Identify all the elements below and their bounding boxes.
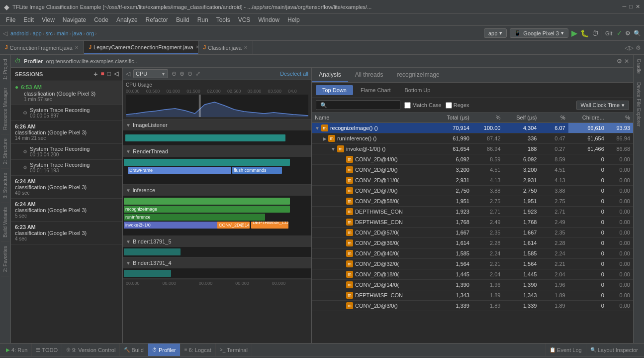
flame-conv2d[interactable]: CONV_2D@14/0 (217, 222, 250, 229)
table-row[interactable]: mDEPTHWISE_CON1,7682.491,7682.4900.00 (312, 217, 633, 228)
settings-icon[interactable]: ⚙ (625, 30, 631, 37)
left-tab-resource[interactable]: Resource Manager (1, 84, 9, 134)
trace-item-2a[interactable]: ⚙ System Trace Recording 00:10:04.200 (11, 144, 122, 160)
breadcrumb-android[interactable]: android (10, 30, 29, 36)
expand-arrow[interactable]: ▼ (331, 146, 336, 152)
menu-item-tools[interactable]: Tools (212, 15, 234, 24)
breadcrumb-org[interactable]: org (86, 30, 94, 36)
col-self-header[interactable]: Self (μs) (504, 113, 540, 123)
regex-option[interactable]: Regex (446, 102, 469, 109)
flame-depthwise[interactable]: DEPTHWISE_CONV ... (251, 222, 288, 229)
profile-btn[interactable]: ⏱ (592, 29, 599, 37)
menu-item-window[interactable]: Window (254, 15, 283, 24)
left-tab-project[interactable]: 1: Project (1, 55, 9, 84)
table-row[interactable]: mDEPTHWISE_CON1,9232.711,9232.7100.00 (312, 207, 633, 217)
table-row[interactable]: mCONV_2D@1/0()3,2004.513,2004.5100.00 (312, 165, 633, 175)
right-tab-device-explorer[interactable]: Device File Explorer (635, 78, 643, 130)
col-self-pct-header[interactable]: % (540, 113, 568, 123)
thread-header-inference[interactable]: ▼ inference (123, 185, 311, 196)
close-btn[interactable]: ✕ (636, 3, 640, 10)
menu-item-refactor[interactable]: Refactor (142, 15, 172, 24)
minimize-btn[interactable]: ─ (623, 3, 627, 10)
col-name-header[interactable]: Name (312, 113, 431, 123)
thread-expand-imagelistener[interactable]: ▼ (126, 122, 131, 128)
thread-expand-inference[interactable]: ▼ (126, 188, 131, 193)
app-selector[interactable]: app ▾ (484, 28, 507, 38)
table-row[interactable]: mCONV_2D@57/0(1,6672.351,6672.3500.00 (312, 228, 633, 238)
regex-checkbox[interactable] (446, 102, 452, 109)
thread-header-binder5[interactable]: ▼ Binder:13791_5 (123, 236, 311, 247)
thread-header-binder4[interactable]: ▼ Binder:13791_4 (123, 257, 311, 268)
analysis-tab-recognizeimage[interactable]: recognizeImage (390, 68, 446, 82)
session-item-4[interactable]: 6:24 AM classification (Google Pixel 3) … (11, 199, 122, 222)
table-row[interactable]: mCONV_2D@58/0(1,9512.751,9512.7500.00 (312, 196, 633, 207)
plus-btn[interactable]: ⊕ (180, 70, 184, 77)
search-toolbar-icon[interactable]: 🔍 (634, 30, 641, 37)
tab-nav-left[interactable]: ◁ (625, 44, 629, 51)
back-arrow[interactable]: ◁ (126, 70, 130, 77)
session-item-3[interactable]: 6:24 AM classification (Google Pixel 3) … (11, 176, 122, 199)
table-row[interactable]: ▶mrunInference() ()61,99087.423360.4761,… (312, 133, 633, 144)
tab-legacy-camera[interactable]: J LegacyCameraConnectionFragment.java ✕ (84, 41, 198, 54)
table-row[interactable]: mCONV_2D@4/0()6,0928.596,0928.5900.00 (312, 154, 633, 165)
search-input[interactable] (316, 100, 400, 110)
analysis-tab-analysis[interactable]: Analysis (312, 68, 348, 82)
right-tab-gradle[interactable]: Gradle (635, 55, 643, 78)
bottom-tab-terminal[interactable]: >_ Terminal (216, 344, 252, 357)
table-row[interactable]: mCONV_2D@18/0(1,4452.041,4452.0400.00 (312, 269, 633, 280)
view-tab-bottomup[interactable]: Bottom Up (398, 85, 437, 95)
menu-item-help[interactable]: Help (283, 15, 304, 24)
col-children-pct-header[interactable]: % (607, 113, 633, 123)
debug-btn[interactable]: 🐛 (580, 29, 589, 37)
event-log-btn[interactable]: 📋 Event Log (545, 344, 586, 357)
col-total-header[interactable]: Total (μs) (431, 113, 472, 123)
breadcrumb-app[interactable]: app (32, 30, 41, 36)
thread-header-renderthread[interactable]: ▼ RenderThread (123, 146, 311, 157)
table-row[interactable]: mCONV_2D@32/0(1,5642.211,5642.2100.00 (312, 259, 633, 269)
analysis-tab-allthreads[interactable]: All threads (348, 68, 390, 82)
trace-item-2b[interactable]: ⚙ System Trace Recording 00:01:16.193 (11, 160, 122, 176)
fullscreen-btn[interactable]: ⤢ (195, 70, 200, 77)
breadcrumb-src[interactable]: src (45, 30, 53, 36)
git-check[interactable]: ✓ (617, 29, 622, 37)
session-item-1[interactable]: ● 6:53 AM classification (Google Pixel 3… (11, 81, 122, 105)
left-tab-build-variants[interactable]: Build Variants (1, 203, 9, 242)
stop-session-btn[interactable]: ■ (101, 70, 104, 78)
flame-recognizeimage[interactable]: recognizeImage (124, 206, 290, 213)
flame-flushcommands[interactable]: flush commands (232, 167, 282, 174)
fit-btn[interactable]: ⊙ (187, 70, 192, 77)
table-row[interactable]: mDEPTHWISE_CON1,3431.891,3431.8900.00 (312, 290, 633, 301)
menu-item-file[interactable]: File (2, 15, 19, 24)
bottom-tab-todo[interactable]: ☰ TODO (32, 344, 62, 357)
bottom-tab-logcat[interactable]: ≡ 6: Logcat (181, 344, 216, 357)
table-row[interactable]: ▼minvoke@-1/0() ()61,65486.941880.2761,4… (312, 144, 633, 154)
tab-settings[interactable]: ⚙ (636, 44, 641, 51)
bottom-tab-build[interactable]: 🔨 Build (120, 344, 148, 357)
trace-item-1[interactable]: ⚙ System Trace Recording 00:00:05.897 (11, 105, 122, 121)
profiler-close-icon[interactable]: ✕ (624, 58, 629, 65)
left-tab-structure3[interactable]: 3: Structure (1, 169, 9, 203)
view-tab-topdown[interactable]: Top Down (316, 85, 353, 95)
session-item-5[interactable]: 6:23 AM classification (Google Pixel 3) … (11, 222, 122, 244)
table-row[interactable]: mCONV_2D@40/0(1,5852.241,5852.2400.00 (312, 248, 633, 259)
nav-back[interactable]: ◁ (3, 30, 7, 37)
bottom-tab-profiler[interactable]: ⏱ Profiler (148, 344, 181, 357)
breadcrumb-java[interactable]: java (72, 30, 82, 36)
tab-nav-right[interactable]: ▷ (629, 44, 634, 51)
thread-expand-binder4[interactable]: ▼ (126, 260, 131, 266)
menu-item-vcs[interactable]: VCS (234, 15, 255, 24)
menu-item-run[interactable]: Run (193, 15, 212, 24)
table-row[interactable]: mCONV_2D@3/0()1,3391.891,3391.8900.00 (312, 301, 633, 311)
end-session-btn[interactable]: □ (107, 70, 111, 78)
minus-btn[interactable]: ⊖ (172, 70, 177, 77)
col-total-pct-header[interactable]: % (472, 113, 504, 123)
layout-inspector-btn[interactable]: 🔍 Layout Inspector (586, 344, 642, 357)
menu-item-build[interactable]: Build (172, 15, 193, 24)
device-selector[interactable]: 📱 Google Pixel 3 ▾ (510, 28, 568, 38)
deselect-all-btn[interactable]: Deselect all (280, 71, 308, 77)
table-row[interactable]: mCONV_2D@14/0(1,3901.961,3901.9600.00 (312, 280, 633, 290)
menu-item-edit[interactable]: Edit (19, 15, 38, 24)
add-session-btn[interactable]: + (93, 70, 97, 78)
table-row[interactable]: ▼mrecognizeImage() ()70,914100.004,3046.… (312, 123, 633, 133)
col-children-header[interactable]: Childre... (568, 113, 607, 123)
